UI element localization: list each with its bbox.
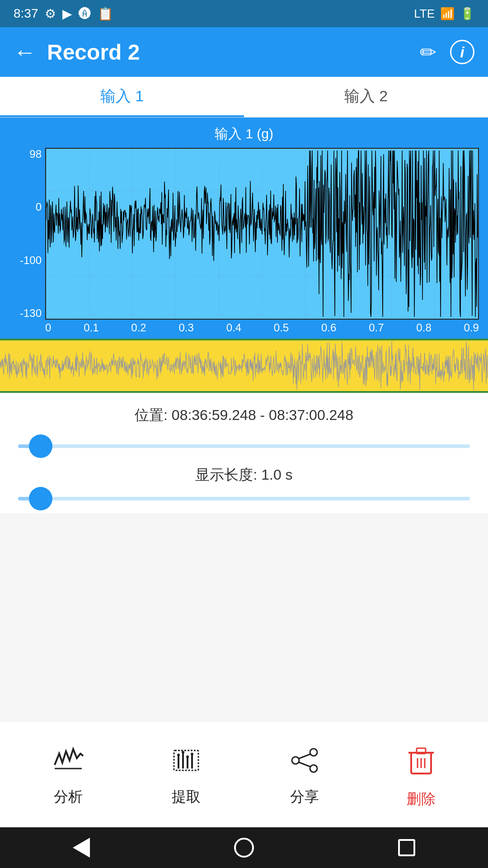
y-label-0: 0 xyxy=(36,201,42,213)
y-axis: 98 0 -100 -130 xyxy=(9,148,45,320)
position-slider-track[interactable] xyxy=(18,444,470,448)
extract-icon xyxy=(170,747,202,781)
chart-container: 输入 1 (g) 98 0 -100 -130 0 0.1 0.2 0.3 0.… xyxy=(0,118,488,339)
nav-back-icon xyxy=(73,838,90,858)
display-length-label: 显示长度: 1.0 s xyxy=(18,456,470,489)
battery-icon: 🔋 xyxy=(460,7,474,21)
status-bar-right: LTE 📶 🔋 xyxy=(414,7,474,21)
app-bar-actions: ✏ i xyxy=(420,40,474,64)
tab-input2[interactable]: 输入 2 xyxy=(244,77,488,117)
delete-icon xyxy=(408,745,435,783)
nav-home-icon xyxy=(234,838,254,858)
delete-label: 删除 xyxy=(407,789,436,809)
x-label-1: 0.1 xyxy=(84,321,99,334)
svg-point-9 xyxy=(191,753,193,755)
x-label-5: 0.5 xyxy=(274,321,289,334)
chart-wrapper: 98 0 -100 -130 xyxy=(9,148,479,320)
position-slider-row xyxy=(18,444,470,448)
nav-back-button[interactable] xyxy=(68,834,95,861)
app-bar: ← Record 2 ✏ i xyxy=(0,27,488,77)
status-bar: 8:37 ⚙ ▶ 🅐 📋 LTE 📶 🔋 xyxy=(0,0,488,27)
svg-point-6 xyxy=(177,754,180,756)
x-label-7: 0.7 xyxy=(369,321,384,334)
mini-waveform-container xyxy=(0,339,488,393)
signal-icon: 📶 xyxy=(440,7,455,21)
y-label-neg100: -100 xyxy=(20,254,42,267)
svg-line-14 xyxy=(299,762,310,767)
display-length-slider-track[interactable] xyxy=(18,497,470,500)
x-label-3: 0.3 xyxy=(179,321,194,334)
extract-label: 提取 xyxy=(172,787,201,807)
status-time: 8:37 xyxy=(14,6,38,21)
clipboard-icon: 📋 xyxy=(98,6,113,21)
position-slider-thumb[interactable] xyxy=(29,434,52,458)
nav-recent-button[interactable] xyxy=(393,834,420,861)
page-title: Record 2 xyxy=(47,40,420,65)
y-label-98: 98 xyxy=(29,148,42,160)
delete-button[interactable]: 删除 xyxy=(407,745,436,809)
chart-inner xyxy=(45,148,479,320)
tabs: 输入 1 输入 2 xyxy=(0,77,488,118)
back-button[interactable]: ← xyxy=(14,39,36,65)
text-icon: 🅐 xyxy=(79,6,91,21)
mini-waveform-inner xyxy=(0,340,488,391)
lte-icon: LTE xyxy=(414,7,435,21)
play-icon: ▶ xyxy=(62,6,72,21)
share-label: 分享 xyxy=(290,787,319,807)
x-label-6: 0.6 xyxy=(321,321,336,334)
status-bar-left: 8:37 ⚙ ▶ 🅐 📋 xyxy=(14,6,113,21)
svg-point-12 xyxy=(292,757,299,764)
x-label-9: 0.9 xyxy=(464,321,479,334)
svg-point-7 xyxy=(182,751,184,754)
settings-icon: ⚙ xyxy=(45,6,56,21)
actions-bar: 分析 提取 xyxy=(0,722,488,827)
info-button[interactable]: i xyxy=(450,40,474,64)
analyze-button[interactable]: 分析 xyxy=(52,747,84,807)
share-icon xyxy=(289,747,320,781)
main-waveform xyxy=(46,149,478,319)
nav-recent-icon xyxy=(398,839,415,856)
x-axis: 0 0.1 0.2 0.3 0.4 0.5 0.6 0.7 0.8 0.9 xyxy=(9,320,479,334)
x-label-8: 0.8 xyxy=(416,321,431,334)
svg-point-10 xyxy=(310,749,317,756)
x-label-2: 0.2 xyxy=(131,321,146,334)
display-length-slider-row xyxy=(18,497,470,500)
mini-waveform xyxy=(0,340,488,391)
analyze-label: 分析 xyxy=(54,787,83,807)
display-length-slider-thumb[interactable] xyxy=(29,487,52,510)
edit-button[interactable]: ✏ xyxy=(420,41,436,64)
svg-line-13 xyxy=(299,754,310,759)
nav-bar xyxy=(0,827,488,868)
chart-title: 输入 1 (g) xyxy=(9,125,479,143)
analyze-icon xyxy=(52,747,84,781)
svg-point-8 xyxy=(186,755,189,758)
x-label-4: 0.4 xyxy=(226,321,241,334)
x-label-0: 0 xyxy=(45,321,51,334)
y-label-neg130: -130 xyxy=(20,307,42,320)
slider-section: 显示长度: 1.0 s xyxy=(0,432,488,513)
svg-point-11 xyxy=(310,765,317,772)
share-button[interactable]: 分享 xyxy=(289,747,320,807)
tab-input1[interactable]: 输入 1 xyxy=(0,77,244,117)
nav-home-button[interactable] xyxy=(230,834,258,861)
extract-button[interactable]: 提取 xyxy=(170,747,202,807)
position-text: 位置: 08:36:59.248 - 08:37:00.248 xyxy=(0,393,488,432)
